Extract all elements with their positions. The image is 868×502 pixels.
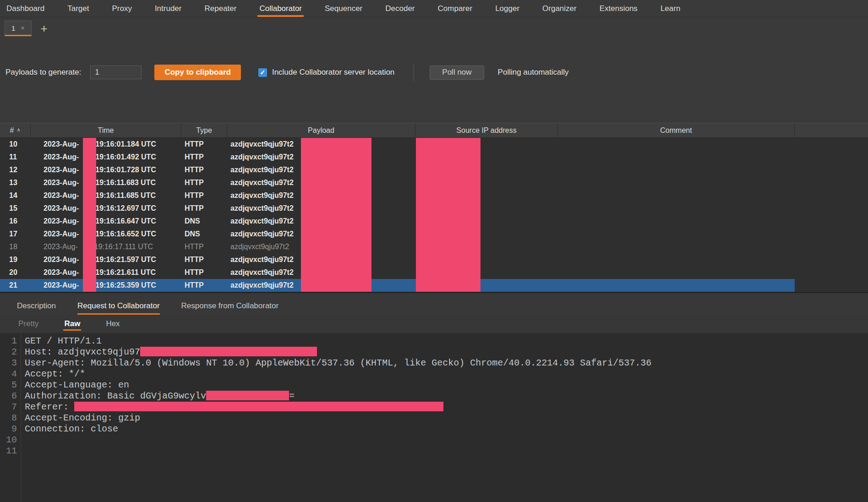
- poll-now-button[interactable]: Poll now: [430, 65, 484, 80]
- cell-extra: [795, 240, 868, 253]
- cell-extra: [795, 151, 868, 164]
- line-number: 8: [0, 413, 17, 424]
- menu-item-decoder[interactable]: Decoder: [385, 0, 415, 17]
- menu-item-logger[interactable]: Logger: [495, 0, 519, 17]
- cell-date: 2023-Aug-: [44, 153, 79, 161]
- menu-item-repeater[interactable]: Repeater: [204, 0, 236, 17]
- cell-timestamp: 19:16:21.597 UTC: [95, 256, 156, 264]
- column-header-type[interactable]: Type: [181, 123, 227, 137]
- cell-id: 15: [0, 202, 31, 215]
- add-tab-icon[interactable]: +: [41, 24, 48, 33]
- menu-item-extensions[interactable]: Extensions: [600, 0, 638, 17]
- editor-text: Connection: close: [25, 424, 118, 434]
- cell-extra: [795, 228, 868, 240]
- cell-type: DNS: [181, 228, 227, 240]
- cell-type: HTTP: [181, 189, 227, 202]
- cell-id: 20: [0, 266, 31, 279]
- redaction-overlay-payload: [301, 138, 371, 292]
- line-number: 3: [0, 358, 17, 369]
- cell-date: 2023-Aug-: [44, 204, 79, 213]
- redaction-overlay-source-ip: [416, 138, 480, 292]
- menu-item-comparer[interactable]: Comparer: [438, 0, 473, 17]
- editor-tab-hex[interactable]: Hex: [106, 315, 120, 333]
- cell-time: 2023-Aug-19:16:16.652 UTC: [31, 228, 181, 240]
- column-label: Source IP address: [456, 126, 516, 135]
- cell-id: 21: [0, 279, 31, 292]
- editor-text: Referer:: [25, 402, 74, 412]
- menu-item-sequencer[interactable]: Sequencer: [325, 0, 362, 17]
- detail-tab-request-to-collaborator[interactable]: Request to Collaborator: [77, 297, 160, 315]
- menu-item-dashboard[interactable]: Dashboard: [6, 0, 44, 17]
- editor-text: Accept: */*: [25, 369, 85, 379]
- panel-divider[interactable]: [0, 292, 868, 297]
- column-label: Type: [196, 126, 212, 135]
- menu-item-intruder[interactable]: Intruder: [155, 0, 182, 17]
- menu-item-organizer[interactable]: Organizer: [542, 0, 577, 17]
- cell-comment: [558, 240, 795, 253]
- payloads-count-input[interactable]: [90, 65, 142, 79]
- cell-comment: [558, 253, 795, 266]
- editor-lines: GET / HTTP/1.1Host: azdjqvxct9qju97User-…: [21, 333, 868, 502]
- cell-extra: [795, 189, 868, 202]
- cell-comment: [558, 202, 795, 215]
- cell-extra: [795, 138, 868, 151]
- column-header--[interactable]: #∧: [0, 123, 31, 137]
- cell-type: HTTP: [181, 138, 227, 151]
- cell-timestamp: 19:16:25.359 UTC: [95, 281, 156, 289]
- cell-timestamp: 19:16:16.652 UTC: [95, 230, 156, 238]
- checkmark-icon: ✓: [260, 69, 266, 76]
- column-header-time[interactable]: Time: [31, 123, 181, 137]
- line-number-gutter: 1234567891011: [0, 333, 21, 502]
- message-editor-tab-bar: PrettyRawHex: [0, 315, 868, 333]
- cell-type: DNS: [181, 215, 227, 228]
- column-header-payload[interactable]: Payload: [227, 123, 415, 137]
- cell-time: 2023-Aug-19:16:21.611 UTC: [31, 266, 181, 279]
- editor-tab-pretty[interactable]: Pretty: [18, 315, 38, 333]
- menu-item-proxy[interactable]: Proxy: [112, 0, 131, 17]
- collaborator-tab-1[interactable]: 1 ×: [5, 21, 32, 36]
- cell-timestamp: 19:16:21.611 UTC: [95, 268, 156, 277]
- cell-comment: [558, 266, 795, 279]
- line-number: 4: [0, 369, 17, 380]
- menu-item-target[interactable]: Target: [67, 0, 89, 17]
- editor-line: [25, 446, 868, 457]
- line-number: 9: [0, 424, 17, 435]
- editor-line: [25, 435, 868, 446]
- menu-item-collaborator[interactable]: Collaborator: [259, 0, 302, 17]
- close-icon[interactable]: ×: [21, 24, 24, 32]
- cell-id: 12: [0, 164, 31, 176]
- cell-comment: [558, 164, 795, 176]
- column-header-comment[interactable]: Comment: [558, 123, 795, 137]
- cell-time: 2023-Aug-19:16:12.697 UTC: [31, 202, 181, 215]
- cell-time: 2023-Aug-19:16:17.111 UTC: [31, 240, 181, 253]
- request-editor[interactable]: 1234567891011 GET / HTTP/1.1Host: azdjqv…: [0, 333, 868, 502]
- cell-time: 2023-Aug-19:16:21.597 UTC: [31, 253, 181, 266]
- editor-line: Connection: close: [25, 424, 868, 435]
- editor-line: Referer:: [25, 402, 868, 413]
- column-header-source-ip-address[interactable]: Source IP address: [415, 123, 558, 137]
- detail-tab-description[interactable]: Description: [17, 297, 56, 315]
- editor-tab-raw[interactable]: Raw: [64, 315, 80, 333]
- cell-date: 2023-Aug-: [44, 268, 79, 277]
- include-server-location-checkbox[interactable]: ✓: [258, 68, 267, 77]
- column-label: #: [10, 126, 14, 135]
- detail-tab-response-from-collaborator[interactable]: Response from Collaborator: [181, 297, 279, 315]
- cell-id: 13: [0, 176, 31, 189]
- tab-label: 1: [11, 24, 15, 32]
- cell-extra: [795, 176, 868, 189]
- cell-comment: [558, 138, 795, 151]
- cell-extra: [795, 202, 868, 215]
- cell-extra: [795, 253, 868, 266]
- redaction-inline: [140, 347, 317, 356]
- menu-item-learn[interactable]: Learn: [661, 0, 680, 17]
- editor-text: GET / HTTP/1.1: [25, 336, 102, 346]
- cell-date: 2023-Aug-: [44, 256, 79, 264]
- cell-id: 17: [0, 228, 31, 240]
- editor-text: Accept-Language: en: [25, 380, 129, 390]
- cell-date: 2023-Aug-: [44, 140, 79, 148]
- copy-to-clipboard-button[interactable]: Copy to clipboard: [154, 65, 241, 80]
- cell-time: 2023-Aug-19:16:16.647 UTC: [31, 215, 181, 228]
- cell-id: 14: [0, 189, 31, 202]
- cell-time: 2023-Aug-19:16:11.685 UTC: [31, 189, 181, 202]
- include-server-location-label: Include Collaborator server location: [272, 68, 394, 77]
